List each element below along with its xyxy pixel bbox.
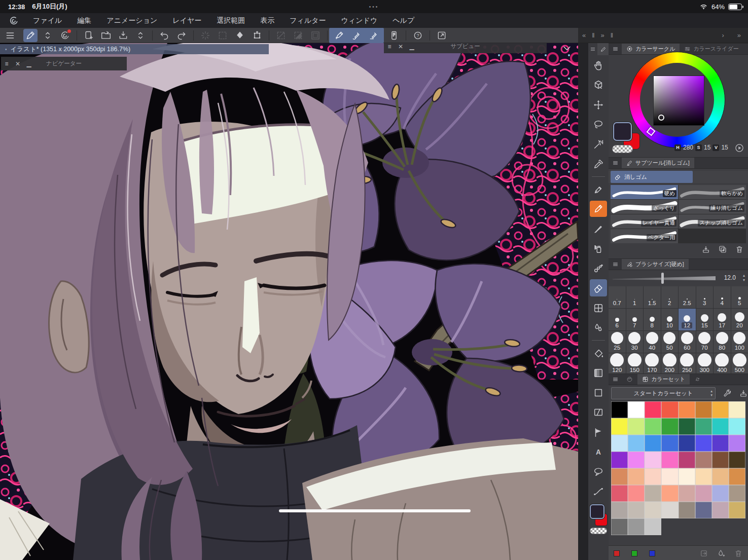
delete-color-icon[interactable] [734, 549, 743, 558]
swatch-13[interactable] [695, 418, 712, 435]
swatch-17[interactable] [628, 435, 645, 452]
tool-pencil[interactable] [590, 201, 607, 217]
edit-color-set-icon[interactable] [723, 389, 732, 398]
menu-item-7[interactable]: ウィンドウ [341, 16, 378, 25]
select-launcher-button[interactable] [198, 29, 212, 42]
color-mode-toggle-icon[interactable] [734, 143, 744, 153]
swatch-52[interactable] [679, 502, 695, 518]
tool-figure[interactable] [590, 383, 607, 402]
swatch-23[interactable] [729, 435, 745, 452]
tool-lasso-select[interactable] [590, 115, 607, 134]
brush-size-60[interactable]: 60 [679, 331, 696, 353]
swatch-49[interactable] [628, 502, 645, 518]
brush-size-170[interactable]: 170 [644, 353, 661, 374]
select-area-button[interactable] [216, 29, 230, 42]
clip-studio-logo-icon[interactable] [9, 16, 19, 26]
brush-size-15[interactable]: 15 [696, 309, 714, 330]
swatch-0[interactable] [611, 401, 628, 418]
brush-size-300[interactable]: 300 [696, 353, 714, 374]
swatch-33[interactable] [628, 468, 645, 485]
swatch-1[interactable] [628, 401, 645, 418]
brush-size-0.7[interactable]: 0.7 [609, 286, 626, 308]
swatch-45[interactable] [695, 485, 712, 502]
brush-size-6[interactable]: 6 [609, 309, 626, 330]
swatch-44[interactable] [679, 485, 695, 502]
subtool-item-4[interactable]: レイヤー貫通 [611, 214, 678, 229]
swatch-55[interactable] [729, 502, 745, 518]
swatch-34[interactable] [645, 468, 661, 485]
tool-strip-tab[interactable] [597, 43, 609, 55]
brush-size-200[interactable]: 200 [661, 353, 679, 374]
save-file-button[interactable] [116, 29, 130, 42]
swatch-26[interactable] [645, 452, 661, 468]
swatch-32[interactable] [611, 468, 628, 485]
color-set-dropdown[interactable]: スタートカラーセット ▴▾ [611, 387, 716, 399]
swatch-51[interactable] [661, 502, 678, 518]
tool-ruler[interactable] [590, 422, 607, 442]
import-color-set-icon[interactable] [739, 389, 748, 398]
brush-size-10[interactable]: 10 [661, 309, 679, 330]
brush-size-500[interactable]: 500 [731, 353, 748, 374]
external-display-button[interactable] [435, 29, 449, 42]
swatch-15[interactable] [729, 418, 745, 435]
swatch-27[interactable] [661, 452, 678, 468]
swatch-18[interactable] [645, 435, 661, 452]
tool-move-layer[interactable] [590, 95, 607, 115]
swatch-36[interactable] [679, 468, 695, 485]
brushsize-panel-menu-icon[interactable] [609, 259, 622, 270]
brush-size-slider-handle[interactable] [661, 273, 664, 284]
color-panel-menu-icon[interactable] [609, 44, 622, 54]
open-file-button[interactable] [99, 29, 113, 42]
swatch-54[interactable] [712, 502, 729, 518]
tab-sub-tool[interactable]: サブツール[消しゴム] [622, 158, 694, 168]
brush-size-7[interactable]: 7 [626, 309, 644, 330]
selection-border-button[interactable] [308, 29, 323, 42]
menu-item-4[interactable]: 選択範囲 [217, 16, 245, 25]
tool-eyedropper[interactable] [590, 154, 607, 174]
menu-item-0[interactable]: ファイル [33, 16, 62, 25]
green-channel-swatch[interactable] [631, 550, 637, 556]
swatch-37[interactable] [695, 468, 712, 485]
brush-size-stepper[interactable]: ▴▾ [743, 273, 745, 282]
swatch-42[interactable] [645, 485, 661, 502]
dock-divider-handle-2[interactable]: ‖ [611, 31, 613, 39]
main-color-swatch[interactable] [590, 504, 604, 519]
swatch-10[interactable] [645, 418, 661, 435]
swatch-29[interactable] [695, 452, 712, 468]
home-indicator[interactable] [279, 509, 471, 512]
swatch-47[interactable] [729, 485, 745, 502]
menu-item-3[interactable]: レイヤー [172, 16, 201, 25]
tool-decoration[interactable] [590, 258, 607, 278]
swatch-4[interactable] [679, 401, 695, 418]
main-menu-button[interactable] [3, 29, 17, 42]
swatch-14[interactable] [712, 418, 729, 435]
brush-size-70[interactable]: 70 [696, 331, 714, 353]
brush-size-50[interactable]: 50 [661, 331, 679, 353]
transparent-color-swatch[interactable] [590, 528, 607, 534]
swatch-22[interactable] [712, 435, 729, 452]
swatch-2[interactable] [645, 401, 661, 418]
swatch-3[interactable] [661, 401, 678, 418]
brush-size-1[interactable]: 1 [626, 286, 644, 308]
tool-eraser[interactable] [590, 279, 607, 296]
swatch-9[interactable] [628, 418, 645, 435]
brush-size-2[interactable]: 2 [661, 286, 679, 308]
dock-expand-button[interactable]: » [601, 31, 604, 39]
dock-last-pane-button[interactable]: » [737, 31, 741, 39]
import-subtool-icon[interactable] [701, 245, 710, 254]
new-canvas-button[interactable] [82, 29, 96, 42]
blue-channel-swatch[interactable] [649, 550, 655, 556]
canvas-tab[interactable]: • イラスト* (1351 x 2000px 350dpi 186.7%) [0, 44, 269, 54]
invert-selection-button[interactable] [291, 29, 305, 42]
brush-size-400[interactable]: 400 [714, 353, 731, 374]
swatch-46[interactable] [712, 485, 729, 502]
save-options-button[interactable] [133, 29, 148, 42]
dock-divider-handle[interactable]: ‖ [592, 31, 594, 39]
main-color-swatch[interactable] [613, 122, 632, 141]
subtool-group-eraser[interactable]: 消しゴム [611, 171, 693, 183]
swatch-7[interactable] [729, 401, 745, 418]
swatch-48[interactable] [611, 502, 628, 518]
tab-color-slider[interactable]: カラースライダー [680, 44, 743, 54]
tool-brush[interactable] [590, 219, 607, 239]
tool-liquify[interactable] [590, 318, 607, 338]
